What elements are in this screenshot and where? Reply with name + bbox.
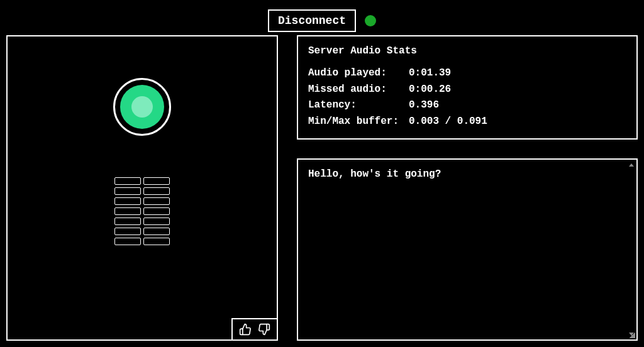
level-bar: [143, 177, 170, 185]
stats-value: 0:00.26: [409, 82, 451, 98]
connection-status-indicator: [365, 15, 376, 26]
level-bar: [114, 197, 141, 205]
orb-core-icon: [131, 96, 153, 118]
server-audio-stats-panel: Server Audio Stats Audio played:0:01.39M…: [297, 35, 638, 140]
level-bar: [114, 228, 141, 235]
disconnect-button[interactable]: Disconnect: [268, 9, 356, 32]
level-bar: [143, 187, 170, 195]
thumb-down-icon[interactable]: [258, 323, 270, 336]
stats-row: Audio played:0:01.39: [308, 65, 626, 82]
topbar: Disconnect: [0, 0, 644, 35]
thumb-up-icon[interactable]: [239, 323, 252, 336]
stats-label: Missed audio:: [308, 82, 402, 98]
level-bar: [143, 207, 170, 215]
level-bar: [114, 207, 141, 215]
transcript-text: Hello, how's it going?: [308, 168, 626, 180]
level-bar: [143, 218, 170, 225]
level-bar: [143, 228, 170, 235]
level-bars-grid: [114, 177, 170, 245]
mic-orb: [113, 78, 171, 136]
stats-value: 0:01.39: [409, 65, 451, 82]
level-bar: [143, 197, 170, 205]
transcript-panel[interactable]: Hello, how's it going?: [297, 158, 638, 341]
stats-row: Min/Max buffer:0.003 / 0.091: [308, 114, 626, 130]
orb-fill-icon: [120, 85, 164, 129]
resize-grip-icon[interactable]: [629, 332, 635, 338]
level-bar: [143, 238, 170, 245]
audio-visualizer-panel: [6, 35, 278, 341]
stats-row: Missed audio:0:00.26: [308, 82, 626, 98]
orb-ring-icon: [113, 78, 171, 136]
level-bar: [114, 218, 141, 225]
stats-label: Latency:: [308, 97, 402, 114]
stats-title: Server Audio Stats: [308, 45, 626, 57]
level-bar: [114, 238, 141, 245]
right-column: Server Audio Stats Audio played:0:01.39M…: [297, 35, 638, 341]
level-bar: [114, 177, 141, 185]
stats-value: 0.003 / 0.091: [409, 114, 487, 130]
stats-label: Audio played:: [308, 65, 402, 82]
feedback-toolbar: [231, 318, 277, 339]
stats-label: Min/Max buffer:: [308, 114, 402, 130]
stats-value: 0.396: [409, 97, 439, 114]
stats-row: Latency:0.396: [308, 97, 626, 114]
level-bar: [114, 187, 141, 195]
main: Server Audio Stats Audio played:0:01.39M…: [0, 35, 644, 347]
scroll-up-icon[interactable]: [629, 163, 634, 167]
